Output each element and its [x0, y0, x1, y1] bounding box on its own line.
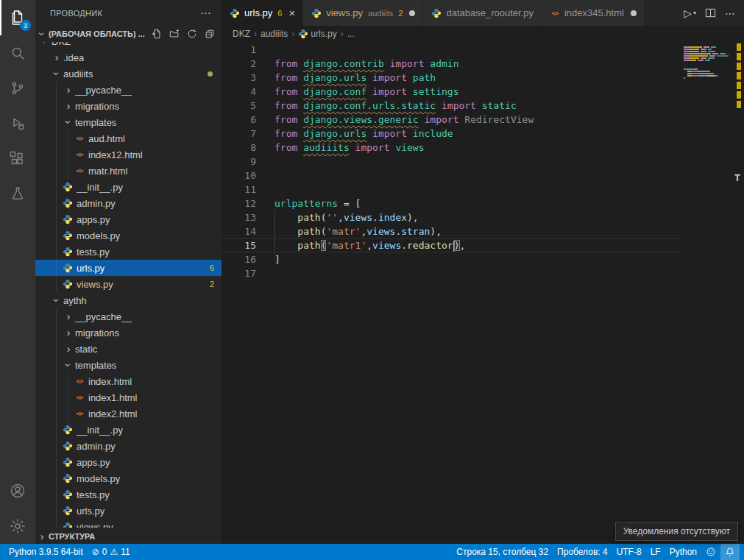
status-indentation[interactable]: Пробелов: 4	[553, 544, 612, 560]
settings-gear-button[interactable]	[0, 508, 35, 544]
views-more-actions-icon[interactable]: ⋯	[200, 7, 211, 20]
editor[interactable]: 12from django.contrib import admin3from …	[222, 42, 744, 544]
tree-item-views.py[interactable]: views.py2	[35, 276, 222, 292]
tree-item-models.py[interactable]: models.py	[35, 470, 222, 486]
code-line-7[interactable]: 7from django.urls import include	[222, 127, 684, 141]
breadcrumb-...[interactable]: ...	[347, 29, 355, 39]
tree-item-aythh[interactable]: ›aythh	[35, 292, 222, 308]
status-language-mode[interactable]: Python	[665, 544, 701, 560]
code-line-12[interactable]: 12urlpatterns = [	[222, 196, 684, 210]
tree-item-urls.py[interactable]: urls.py6	[35, 260, 222, 276]
code-line-4[interactable]: 4from django.conf import settings	[222, 85, 684, 99]
code-line-16[interactable]: 16]	[222, 252, 684, 266]
split-editor-button[interactable]	[705, 7, 716, 18]
code-line-2[interactable]: 2from django.contrib import admin	[222, 57, 684, 71]
tree-item-__pycache__[interactable]: ›__pycache__	[35, 308, 222, 325]
minimap[interactable]	[684, 42, 734, 544]
tree-indent-guide	[68, 373, 68, 389]
chevron-down-icon: ›	[61, 358, 76, 372]
source-control-view-button[interactable]	[0, 71, 35, 106]
testing-view-button[interactable]	[0, 177, 35, 212]
collapse-folders-button[interactable]	[203, 28, 216, 40]
tree-item-index1.html[interactable]: <>index1.html	[35, 389, 222, 405]
tree-item-matr.html[interactable]: <>matr.html	[35, 163, 222, 179]
tree-item-views.py[interactable]: views.py	[35, 519, 222, 528]
tab-database_roouter.py[interactable]: database_roouter.py	[423, 0, 542, 26]
chevron-right-icon: ›	[62, 341, 75, 356]
outline-section-header[interactable]: › СТРУКТУРА	[35, 528, 222, 544]
new-folder-button[interactable]	[168, 28, 180, 40]
status-notifications[interactable]	[720, 544, 740, 560]
code-line-17[interactable]: 17	[222, 266, 684, 280]
status-python-version[interactable]: Python 3.9.5 64-bit	[4, 544, 88, 560]
code-line-5[interactable]: 5from django.conf.urls.static import sta…	[222, 99, 684, 113]
code-line-14[interactable]: 14 path('matr',views.stran),	[222, 224, 684, 238]
minimap-line	[684, 57, 734, 59]
tree-item-apps.py[interactable]: apps.py	[35, 211, 222, 227]
run-python-file-button[interactable]: ▷▾	[684, 7, 696, 19]
tree-item-__pycache__[interactable]: ›__pycache__	[35, 82, 222, 98]
tree-item-.idea[interactable]: ›.idea	[35, 49, 222, 65]
tab-label: views.py	[326, 7, 363, 18]
overview-ruler[interactable]: T	[734, 42, 744, 544]
tree-item-DKZ[interactable]: ›DKZ	[35, 42, 222, 49]
tree-item-__init__.py[interactable]: __init__.py	[35, 422, 222, 438]
tree-item-apps.py[interactable]: apps.py	[35, 454, 222, 470]
tree-item-tests.py[interactable]: tests.py	[35, 486, 222, 503]
status-feedback[interactable]	[701, 544, 720, 560]
status-encoding[interactable]: UTF-8	[612, 544, 646, 560]
tree-item-aud.html[interactable]: <>aud.html	[35, 130, 222, 146]
html-icon: <>	[74, 375, 85, 387]
tree-item-urls.py[interactable]: urls.py	[35, 503, 222, 519]
tree-item-index2.html[interactable]: <>index2.html	[35, 405, 222, 422]
tab-index345.html[interactable]: <>index345.html	[542, 0, 645, 26]
status-cursor-position[interactable]: Строка 15, столбец 32	[452, 544, 553, 560]
code-line-1[interactable]: 1	[222, 43, 684, 57]
status-right: Строка 15, столбец 32Пробелов: 4UTF-8LFP…	[452, 544, 740, 560]
breadcrumb-urls.py[interactable]: urls.py	[298, 29, 336, 39]
status-eol[interactable]: LF	[646, 544, 665, 560]
breadcrumb-audiiits[interactable]: audiiits	[261, 29, 288, 39]
tree-item-admin.py[interactable]: admin.py	[35, 438, 222, 454]
code-line-11[interactable]: 11	[222, 182, 684, 196]
tab-urls.py[interactable]: urls.py6×	[222, 0, 303, 26]
new-file-button[interactable]	[150, 28, 163, 40]
extensions-view-button[interactable]	[0, 141, 35, 177]
editor-more-actions-button[interactable]: ⋯	[725, 7, 735, 19]
tree-item-index.html[interactable]: <>index.html	[35, 373, 222, 389]
tree-item-__init__.py[interactable]: __init__.py	[35, 179, 222, 195]
search-view-button[interactable]	[0, 35, 35, 71]
tab-views.py[interactable]: views.pyaudiiits2	[303, 0, 423, 26]
tree-item-static[interactable]: ›static	[35, 341, 222, 357]
accounts-button[interactable]	[0, 473, 35, 508]
workspace-label: (РАБОЧАЯ ОБЛАСТЬ) ...	[49, 29, 145, 38]
code-line-13[interactable]: 13 path('',views.index),	[222, 210, 684, 224]
tree-item-templates[interactable]: ›templates	[35, 114, 222, 130]
tree-item-templates[interactable]: ›templates	[35, 357, 222, 373]
tree-item-index12.html[interactable]: <>index12.html	[35, 146, 222, 163]
code-area[interactable]: 12from django.contrib import admin3from …	[222, 42, 684, 544]
close-icon[interactable]: ×	[288, 7, 295, 19]
tree-item-admin.py[interactable]: admin.py	[35, 195, 222, 211]
tree-item-migrations[interactable]: ›migrations	[35, 98, 222, 114]
code-line-6[interactable]: 6from django.views.generic import Redire…	[222, 113, 684, 127]
tree-indent-guide	[56, 454, 57, 470]
run-debug-view-button[interactable]	[0, 106, 35, 141]
code-line-3[interactable]: 3from django.urls import path	[222, 71, 684, 85]
line-number: 6	[222, 113, 256, 127]
breadcrumb-DKZ[interactable]: DKZ	[233, 29, 250, 39]
code-line-8[interactable]: 8from audiiits import views	[222, 141, 684, 155]
tree-item-audiiits[interactable]: ›audiiits	[35, 65, 222, 82]
tree-indent-guide	[56, 308, 57, 325]
python-icon	[62, 456, 74, 468]
status-problems[interactable]: ⊘0⚠11	[88, 544, 135, 560]
code-line-9[interactable]: 9	[222, 155, 684, 169]
tree-item-migrations[interactable]: ›migrations	[35, 325, 222, 341]
tree-item-tests.py[interactable]: tests.py	[35, 244, 222, 260]
explorer-view-button[interactable]: 3	[0, 0, 35, 35]
workspace-section-header[interactable]: › (РАБОЧАЯ ОБЛАСТЬ) ...	[35, 26, 222, 42]
tree-item-models.py[interactable]: models.py	[35, 227, 222, 244]
code-line-15[interactable]: 15 path('matr1',views.redactor),	[222, 238, 684, 252]
code-line-10[interactable]: 10	[222, 169, 684, 182]
refresh-explorer-button[interactable]	[185, 28, 198, 40]
